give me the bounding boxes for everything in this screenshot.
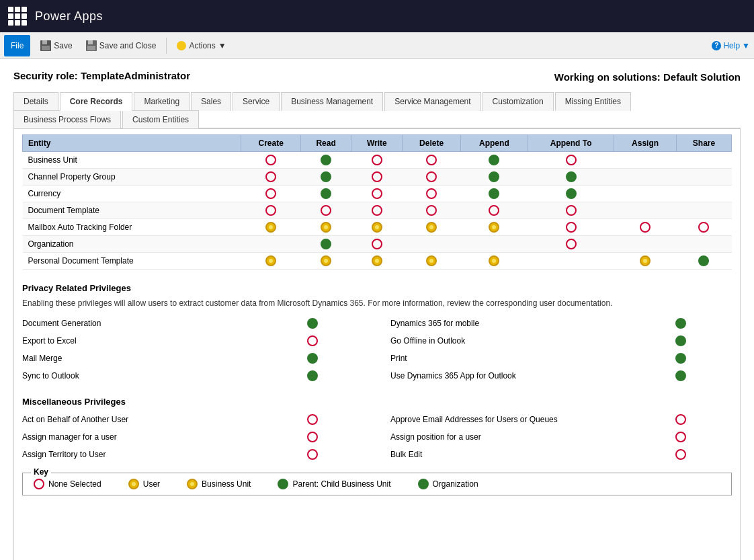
cell-create[interactable] <box>241 169 300 186</box>
privacy-priv-left-2[interactable]: Mail Merge <box>22 351 318 366</box>
tab-missing-entities[interactable]: Missing Entities <box>555 92 631 111</box>
help-button[interactable]: ? Help ▼ <box>712 41 750 50</box>
cell-share[interactable] <box>676 186 731 202</box>
cell-create[interactable] <box>241 202 300 219</box>
misc-priv-right-1[interactable]: Assign position for a user <box>390 430 686 444</box>
cell-delete[interactable] <box>403 186 460 202</box>
scrollable-content[interactable]: EntityCreateReadWriteDeleteAppendAppend … <box>14 129 740 560</box>
cell-assign[interactable] <box>614 202 677 219</box>
cell-write[interactable] <box>351 169 403 186</box>
save-button[interactable]: Save <box>34 37 78 54</box>
cell-delete[interactable] <box>403 169 460 186</box>
cell-appendTo[interactable] <box>528 236 614 253</box>
cell-assign[interactable] <box>614 169 677 186</box>
circle-green <box>321 171 331 182</box>
cell-read[interactable] <box>300 253 351 270</box>
cell-append[interactable] <box>460 202 528 219</box>
cell-share[interactable] <box>676 202 731 219</box>
misc-section-header: Miscellaneous Privileges <box>22 394 732 409</box>
privacy-priv-right-0[interactable]: Dynamics 365 for mobile <box>390 316 686 331</box>
cell-write[interactable] <box>351 186 403 202</box>
cell-write[interactable] <box>351 253 403 270</box>
cell-delete[interactable] <box>403 219 460 236</box>
tab-sales[interactable]: Sales <box>191 92 231 111</box>
privacy-priv-right-1[interactable]: Go Offline in Outlook <box>390 333 686 348</box>
misc-priv-right-2[interactable]: Bulk Edit <box>390 447 686 462</box>
tab-service[interactable]: Service <box>233 92 280 111</box>
cell-read[interactable] <box>300 169 351 186</box>
cell-append[interactable] <box>460 152 528 169</box>
cell-appendTo[interactable] <box>528 152 614 169</box>
cell-share[interactable] <box>676 169 731 186</box>
save-icon <box>40 40 51 51</box>
cell-write[interactable] <box>351 219 403 236</box>
privacy-priv-left-3[interactable]: Sync to Outlook <box>22 368 318 383</box>
misc-priv-left-2[interactable]: Assign Territory to User <box>22 447 318 462</box>
circle-yellow <box>489 222 499 233</box>
cell-write[interactable] <box>351 236 403 253</box>
cell-assign[interactable] <box>614 186 677 202</box>
cell-share[interactable] <box>676 219 731 236</box>
save-close-button[interactable]: Save and Close <box>80 37 163 54</box>
page-content: Security role: TemplateAdministrator Wor… <box>0 59 754 560</box>
cell-read[interactable] <box>300 186 351 202</box>
actions-button[interactable]: Actions ▼ <box>171 38 232 54</box>
cell-create[interactable] <box>241 152 300 169</box>
cell-share[interactable] <box>676 253 731 270</box>
cell-write[interactable] <box>351 152 403 169</box>
cell-delete[interactable] <box>403 202 460 219</box>
privacy-priv-right-3[interactable]: Use Dynamics 365 App for Outlook <box>390 368 686 383</box>
cell-append[interactable] <box>460 186 528 202</box>
cell-read[interactable] <box>300 152 351 169</box>
file-button[interactable]: File <box>4 35 30 56</box>
cell-assign[interactable] <box>614 236 677 253</box>
cell-read[interactable] <box>300 202 351 219</box>
cell-appendTo[interactable] <box>528 202 614 219</box>
cell-append[interactable] <box>460 253 528 270</box>
tab-custom-entities[interactable]: Custom Entities <box>122 110 199 128</box>
cell-delete[interactable] <box>403 152 460 169</box>
circle-empty <box>34 479 44 489</box>
cell-create[interactable] <box>241 219 300 236</box>
cell-create[interactable] <box>241 236 300 253</box>
cell-append[interactable] <box>460 169 528 186</box>
privacy-priv-left-1[interactable]: Export to Excel <box>22 333 318 348</box>
cell-write[interactable] <box>351 202 403 219</box>
privacy-priv-right-2[interactable]: Print <box>390 351 686 366</box>
tab-business-management[interactable]: Business Management <box>281 92 383 111</box>
cell-create[interactable] <box>241 186 300 202</box>
tab-business-process-flows[interactable]: Business Process Flows <box>13 110 121 128</box>
privacy-section-header: Privacy Related Privileges <box>22 280 732 296</box>
misc-priv-right-0[interactable]: Approve Email Addresses for Users or Que… <box>390 412 686 427</box>
cell-appendTo[interactable] <box>528 219 614 236</box>
actions-icon <box>177 41 186 50</box>
misc-priv-left-0[interactable]: Act on Behalf of Another User <box>22 412 318 427</box>
cell-delete[interactable] <box>403 253 460 270</box>
cell-assign[interactable] <box>614 253 677 270</box>
cell-assign[interactable] <box>614 219 677 236</box>
cell-read[interactable] <box>300 219 351 236</box>
tab-customization[interactable]: Customization <box>483 92 554 111</box>
tab-marketing[interactable]: Marketing <box>134 92 190 111</box>
cell-share[interactable] <box>676 152 731 169</box>
circle-empty <box>566 205 577 216</box>
col-header-append: Append <box>460 135 528 152</box>
privacy-priv-left-0[interactable]: Document Generation <box>22 316 318 331</box>
tab-service-management[interactable]: Service Management <box>384 92 480 111</box>
cell-appendTo[interactable] <box>528 253 614 270</box>
tab-details[interactable]: Details <box>13 92 58 111</box>
cell-share[interactable] <box>676 236 731 253</box>
misc-priv-left-1[interactable]: Assign manager for a user <box>22 430 318 444</box>
apps-icon[interactable] <box>8 7 27 26</box>
cell-append[interactable] <box>460 219 528 236</box>
cell-read[interactable] <box>300 236 351 253</box>
tab-core-records[interactable]: Core Records <box>60 92 133 111</box>
circle-yellow <box>372 255 382 266</box>
cell-appendTo[interactable] <box>528 169 614 186</box>
cell-create[interactable] <box>241 253 300 270</box>
cell-delete[interactable] <box>403 236 460 253</box>
cell-append[interactable] <box>460 236 528 253</box>
key-item-label: None Selected <box>48 479 101 489</box>
cell-assign[interactable] <box>614 152 677 169</box>
cell-appendTo[interactable] <box>528 186 614 202</box>
